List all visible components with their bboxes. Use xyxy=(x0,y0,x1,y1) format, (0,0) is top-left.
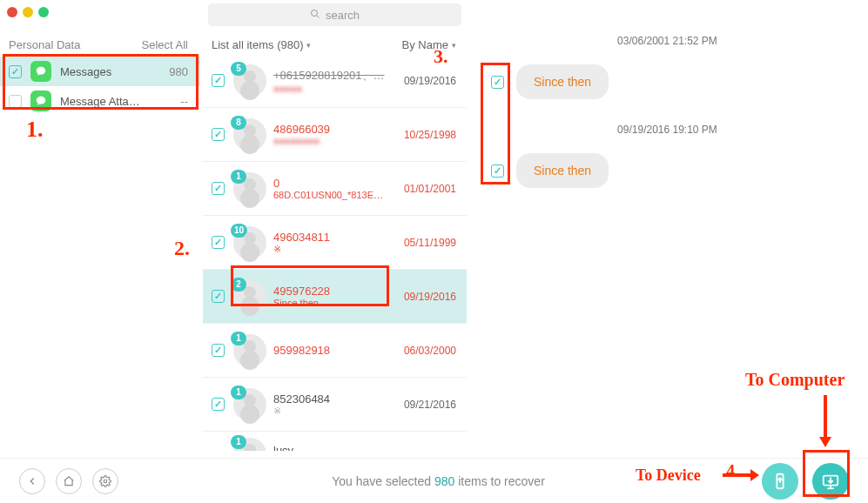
avatar: 5 xyxy=(233,64,266,97)
list-item[interactable]: 1 068D.C01USN00_*813E… 01/01/2001 xyxy=(203,162,467,216)
svg-point-0 xyxy=(311,10,317,16)
message-bubble[interactable]: Since then xyxy=(516,153,609,188)
checkbox-icon[interactable] xyxy=(212,74,225,87)
messages-icon xyxy=(30,61,51,82)
checkbox-icon[interactable] xyxy=(212,290,225,303)
select-all-link[interactable]: Select All xyxy=(142,38,188,51)
sort-dropdown[interactable]: By Name ▾ xyxy=(402,38,456,51)
checkbox-icon[interactable] xyxy=(212,344,225,357)
sidebar: Personal Data Select All Messages 980 Me… xyxy=(0,0,200,451)
checkbox-icon[interactable] xyxy=(212,236,225,249)
checkbox-icon[interactable] xyxy=(9,95,22,108)
recover-to-computer-button[interactable] xyxy=(812,463,849,500)
sidebar-header: Personal Data xyxy=(9,38,80,51)
sidebar-item-label: Message Atta… xyxy=(60,95,180,108)
contact-list: 5 +8615928819201、…■■■■■ 09/19/2016 8 486… xyxy=(203,54,467,451)
search-icon xyxy=(310,9,320,22)
checkbox-icon[interactable] xyxy=(9,65,22,78)
message-panel: 03/06/2001 21:52 PM Since then 09/19/201… xyxy=(467,0,868,451)
list-item[interactable]: 1 lucy xyxy=(203,432,467,451)
filter-dropdown[interactable]: List all items (980) ▾ xyxy=(212,38,311,51)
sidebar-item-count: -- xyxy=(180,95,188,108)
sidebar-item-label: Messages xyxy=(60,65,169,78)
list-item[interactable]: 2 495976228Since then 09/19/2016 xyxy=(203,270,467,324)
avatar: 1 xyxy=(233,438,266,452)
avatar: 2 xyxy=(233,280,266,313)
list-item[interactable]: 10 496034811※ 05/11/1999 xyxy=(203,216,467,270)
sidebar-item-count: 980 xyxy=(169,65,188,78)
settings-button[interactable] xyxy=(92,468,118,494)
list-item[interactable]: 1 959982918 06/03/2000 xyxy=(203,324,467,378)
message-bubble[interactable]: Since then xyxy=(516,64,609,99)
checkbox-icon[interactable] xyxy=(491,164,504,178)
chevron-down-icon: ▾ xyxy=(452,41,456,50)
footer: You have selected 980 items to recover xyxy=(0,458,868,503)
back-button[interactable] xyxy=(19,468,45,494)
checkbox-icon[interactable] xyxy=(212,398,225,411)
status-text: You have selected 980 items to recover xyxy=(129,474,748,488)
attachments-icon xyxy=(30,91,51,111)
sidebar-item-messages[interactable]: Messages 980 xyxy=(0,57,200,86)
recover-to-device-button[interactable] xyxy=(762,463,798,500)
list-item[interactable]: 5 +8615928819201、…■■■■■ 09/19/2016 xyxy=(203,54,467,108)
checkbox-icon[interactable] xyxy=(491,76,504,89)
chevron-down-icon: ▾ xyxy=(306,41,311,50)
timestamp: 09/19/2016 19:10 PM xyxy=(467,124,868,136)
checkbox-icon[interactable] xyxy=(212,182,225,195)
search-placeholder: search xyxy=(326,9,360,22)
sidebar-item-message-attachments[interactable]: Message Atta… -- xyxy=(0,86,200,116)
list-item[interactable]: 8 486966039■■■■■■■■ . 10/25/1998 xyxy=(203,108,467,162)
avatar: 8 xyxy=(233,118,266,151)
avatar: 1 xyxy=(233,388,266,421)
avatar: 1 xyxy=(233,334,266,367)
timestamp: 03/06/2001 21:52 PM xyxy=(467,35,868,47)
home-button[interactable] xyxy=(56,468,82,494)
checkbox-icon[interactable] xyxy=(212,128,225,141)
avatar: 1 xyxy=(233,172,266,205)
list-item[interactable]: 1 852306484※ 09/21/2016 xyxy=(203,378,467,432)
svg-point-2 xyxy=(104,480,107,483)
message-row: Since then xyxy=(467,153,868,188)
avatar: 10 xyxy=(233,226,266,259)
svg-line-1 xyxy=(316,15,319,17)
search-input[interactable]: search xyxy=(208,3,461,26)
contact-list-panel: search List all items (980) ▾ By Name ▾ … xyxy=(203,0,467,451)
message-row: Since then xyxy=(467,64,868,99)
